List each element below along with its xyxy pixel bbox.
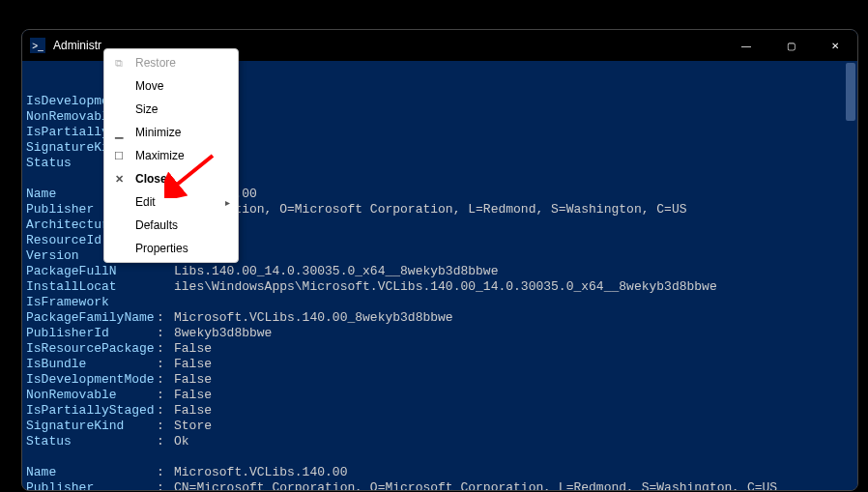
colon: : — [157, 403, 174, 419]
colon: : — [157, 480, 174, 491]
minimize-button[interactable]: — — [724, 30, 768, 61]
colon: : — [157, 310, 174, 326]
menu-restore: ⧉ Restore — [104, 51, 238, 74]
output-row: Status: Ok — [26, 434, 854, 449]
property-value: Corporation, O=Microsoft Corporation, L=… — [174, 202, 687, 217]
property-value: False — [174, 388, 212, 403]
blank-row — [26, 449, 854, 465]
maximize-button[interactable]: ▢ — [768, 30, 813, 61]
colon: : — [157, 357, 174, 372]
colon: : — [157, 326, 174, 341]
menu-label: Edit — [135, 195, 156, 209]
property-key: IsDevelopmentMode — [26, 372, 157, 388]
output-row: PublisherId: 8wekyb3d8bbwe — [26, 326, 854, 341]
scrollbar-thumb[interactable] — [846, 63, 855, 121]
property-key: Name — [26, 465, 157, 480]
output-row: PackageFullNLibs.140.00_14.0.30035.0_x64… — [26, 264, 854, 279]
output-row: SignatureKind: Store — [26, 419, 854, 434]
property-value: Microsoft.VCLibs.140.00_8wekyb3d8bbwe — [174, 310, 453, 326]
property-key: PublisherId — [26, 326, 157, 341]
menu-size[interactable]: Size — [104, 98, 238, 121]
output-row: IsResourcePackage: False — [26, 341, 854, 357]
colon — [157, 279, 174, 295]
property-value: False — [174, 357, 212, 372]
colon: : — [157, 388, 174, 403]
property-key: IsBundle — [26, 357, 157, 372]
output-row: PackageFamilyName: Microsoft.VCLibs.140.… — [26, 310, 854, 326]
property-key: PackageFamilyName — [26, 310, 157, 326]
colon: : — [157, 372, 174, 388]
menu-defaults[interactable]: Defaults — [104, 214, 238, 237]
minimize-icon: ▁ — [112, 127, 126, 139]
output-row: IsDevelopmentMode: False — [26, 372, 854, 388]
system-context-menu: ⧉ Restore Move Size ▁ Minimize ☐ Maximiz… — [103, 48, 239, 263]
output-row: Publisher: CN=Microsoft Corporation, O=M… — [26, 480, 854, 491]
property-value: iles\WindowsApps\Microsoft.VCLibs.140.00… — [174, 279, 717, 295]
menu-label: Move — [135, 79, 163, 93]
property-value: Store — [174, 419, 212, 434]
property-key: NonRemovable — [26, 388, 157, 403]
property-value: False — [174, 372, 212, 388]
close-icon: ✕ — [112, 173, 126, 186]
close-button[interactable]: ✕ — [813, 30, 857, 61]
menu-label: Minimize — [135, 126, 181, 139]
menu-move[interactable]: Move — [104, 74, 238, 98]
output-row: IsFramework — [26, 295, 854, 310]
property-key: IsFramework — [26, 295, 157, 310]
titlebar-buttons: — ▢ ✕ — [724, 30, 857, 61]
colon: : — [157, 434, 174, 449]
colon — [157, 295, 174, 310]
property-value: False — [174, 341, 212, 357]
output-row: IsBundle: False — [26, 357, 854, 372]
output-row: InstallLocatiles\WindowsApps\Microsoft.V… — [26, 279, 854, 295]
menu-properties[interactable]: Properties — [104, 237, 238, 260]
output-row: Name: Microsoft.VCLibs.140.00 — [26, 465, 854, 480]
powershell-icon[interactable]: >_ — [30, 38, 45, 53]
property-value: CN=Microsoft Corporation, O=Microsoft Co… — [174, 480, 777, 491]
output-row: NonRemovable: False — [26, 388, 854, 403]
menu-label: Properties — [135, 242, 188, 255]
colon: : — [157, 465, 174, 480]
menu-close[interactable]: ✕ Close — [104, 167, 238, 190]
menu-minimize[interactable]: ▁ Minimize — [104, 121, 238, 144]
property-value: 8wekyb3d8bbwe — [174, 326, 272, 341]
property-value: False — [174, 403, 212, 419]
property-key: Status — [26, 434, 157, 449]
restore-icon: ⧉ — [112, 57, 126, 70]
colon — [157, 264, 174, 279]
chevron-right-icon: ▸ — [225, 197, 230, 208]
property-key: PackageFullN — [26, 264, 157, 279]
maximize-icon: ☐ — [112, 150, 126, 162]
property-key: IsResourcePackage — [26, 341, 157, 357]
menu-edit[interactable]: Edit ▸ — [104, 190, 238, 214]
menu-label: Defaults — [135, 218, 178, 232]
menu-label: Size — [135, 102, 158, 116]
menu-label: Close — [135, 172, 167, 186]
property-key: InstallLocat — [26, 279, 157, 295]
property-value: Ok — [174, 434, 189, 449]
property-key: IsPartiallyStaged — [26, 403, 157, 419]
output-row: IsPartiallyStaged: False — [26, 403, 854, 419]
property-key: Publisher — [26, 480, 157, 491]
menu-label: Maximize — [135, 149, 185, 162]
menu-maximize[interactable]: ☐ Maximize — [104, 144, 238, 167]
colon: : — [157, 341, 174, 357]
property-value: Libs.140.00_14.0.30035.0_x64__8wekyb3d8b… — [174, 264, 498, 279]
property-value: Microsoft.VCLibs.140.00 — [174, 465, 347, 480]
property-key: SignatureKind — [26, 419, 157, 434]
scrollbar[interactable] — [844, 61, 857, 490]
colon: : — [157, 419, 174, 434]
menu-label: Restore — [135, 56, 176, 70]
